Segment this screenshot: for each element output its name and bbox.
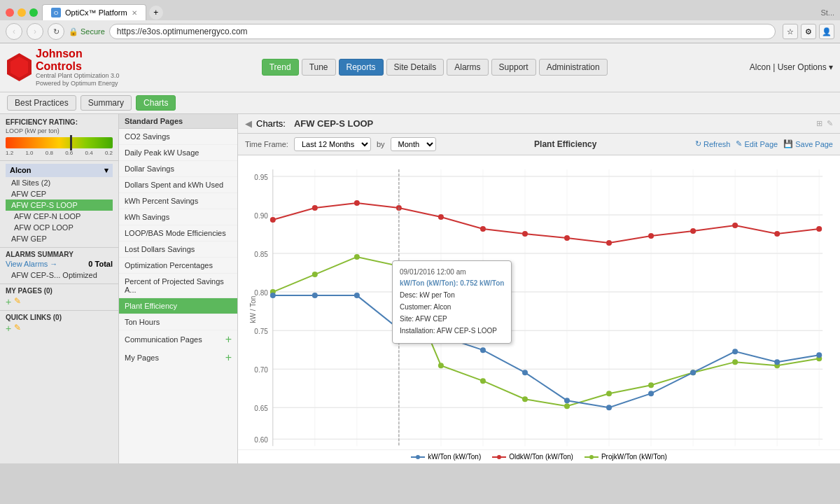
svg-point-71 xyxy=(690,370,696,375)
chart-icon-2[interactable]: ✎ xyxy=(827,119,833,128)
browser-tab[interactable]: O OptiCx™ Platform ✕ xyxy=(42,4,146,20)
new-tab-button[interactable]: + xyxy=(149,6,163,20)
add-page-icon[interactable]: + xyxy=(6,296,11,307)
maximize-button[interactable] xyxy=(29,8,38,17)
sidebar-item-all-sites[interactable]: All Sites (2) xyxy=(6,177,113,188)
forward-button[interactable]: › xyxy=(27,23,43,40)
nav-alarms[interactable]: Alarms xyxy=(447,59,488,76)
svg-point-70 xyxy=(648,391,654,396)
sidebar-item-afw-ocp-loop[interactable]: AFW OCP LOOP xyxy=(6,222,113,233)
back-button[interactable]: ‹ xyxy=(6,23,22,40)
timeframe-select[interactable]: Last 12 Months xyxy=(294,137,371,151)
nav-administration[interactable]: Administration xyxy=(539,59,608,76)
edit-page-label: Edit Page xyxy=(744,140,778,148)
save-page-label: Save Page xyxy=(795,140,833,148)
url-bar[interactable]: https://e3os.optimumenergyco.com xyxy=(109,24,776,39)
svg-point-66 xyxy=(480,347,486,353)
efficiency-bar xyxy=(6,137,113,148)
edit-page-icon[interactable]: ✎ xyxy=(14,296,21,307)
svg-point-61 xyxy=(270,293,276,298)
window-title: St... xyxy=(820,8,834,17)
svg-text:0.65: 0.65 xyxy=(254,405,268,412)
legend-oldkwton-icon xyxy=(492,454,506,461)
svg-point-34 xyxy=(312,205,318,211)
chart-header-actions: ⊞ ✎ xyxy=(816,119,833,128)
panel-item-ton-hours[interactable]: Ton Hours xyxy=(119,314,237,330)
subnav-charts[interactable]: Charts xyxy=(136,95,176,111)
svg-text:0.75: 0.75 xyxy=(254,328,268,335)
arrow-right-icon: → xyxy=(50,260,57,268)
chart-header: ◀ Charts: AFW CEP-S LOOP ⊞ ✎ xyxy=(238,114,840,134)
quick-links-title: QUICK LINKS (0) xyxy=(6,314,113,321)
add-comm-pages-icon[interactable]: + xyxy=(225,333,232,346)
svg-point-63 xyxy=(354,293,360,298)
chart-area: ◀ Charts: AFW CEP-S LOOP ⊞ ✎ Time Frame:… xyxy=(238,114,840,463)
breadcrumb-back-icon[interactable]: ◀ xyxy=(245,118,252,129)
chart-icon-1[interactable]: ⊞ xyxy=(816,119,822,128)
nav-reports[interactable]: Reports xyxy=(339,59,384,76)
panel-item-optimization[interactable]: Optimization Percentages xyxy=(119,258,237,274)
subnav-best-practices[interactable]: Best Practices xyxy=(7,95,76,111)
breadcrumb-charts: Charts: xyxy=(256,118,286,129)
month-select[interactable]: Month xyxy=(391,137,436,151)
svg-point-39 xyxy=(522,231,528,237)
extensions-icon[interactable]: ⚙ xyxy=(801,24,816,39)
sidebar-item-afw-ceps-optimized[interactable]: AFW CEP-S... Optimized xyxy=(6,270,113,281)
refresh-button[interactable]: ↻ Refresh xyxy=(695,139,731,148)
panel-item-dollars-spent[interactable]: Dollars Spent and kWh Used xyxy=(119,177,237,193)
svg-point-53 xyxy=(522,396,528,402)
panel-item-lost-dollars[interactable]: Lost Dollars Savings xyxy=(119,241,237,258)
svg-point-73 xyxy=(774,359,780,365)
minimize-button[interactable] xyxy=(18,8,26,17)
quick-links-section: QUICK LINKS (0) + ✎ xyxy=(0,311,118,337)
edit-page-button[interactable]: ✎ Edit Page xyxy=(736,139,778,148)
panel-item-co2[interactable]: CO2 Savings xyxy=(119,129,237,145)
svg-point-41 xyxy=(606,240,612,246)
view-alarms-link[interactable]: View Alarms → xyxy=(6,260,57,268)
nav-site-details[interactable]: Site Details xyxy=(386,59,444,76)
legend-oldkwton-label: OldkW/Ton (kW/Ton) xyxy=(509,453,573,461)
panel-item-kwh-percent[interactable]: kWh Percent Savings xyxy=(119,193,237,209)
legend-kwton: kW/Ton (kW/Ton) xyxy=(411,453,481,461)
panel-item-plant-efficiency[interactable]: Plant Efficiency xyxy=(119,298,237,314)
user-area[interactable]: Alcon | User Options ▾ xyxy=(750,62,833,72)
panel-item-percent-projected[interactable]: Percent of Projected Savings A... xyxy=(119,274,237,298)
sidebar-item-afw-cep-s-loop[interactable]: AFW CEP-S LOOP xyxy=(6,200,113,211)
panel-item-daily-peak[interactable]: Daily Peak kW Usage xyxy=(119,145,237,161)
nav-tune[interactable]: Tune xyxy=(302,59,336,76)
sidebar-item-afw-cep[interactable]: AFW CEP xyxy=(6,188,113,200)
browser-refresh-button[interactable]: ↻ xyxy=(48,23,64,40)
close-button[interactable] xyxy=(6,8,14,17)
edit-quicklink-icon[interactable]: ✎ xyxy=(14,323,21,334)
svg-point-56 xyxy=(648,382,654,388)
alarms-title: ALARMS SUMMARY xyxy=(6,251,113,258)
svg-point-68 xyxy=(564,398,570,403)
tooltip-value-number: 0.752 kW/Ton xyxy=(460,279,504,287)
site-expand-icon[interactable]: ▾ xyxy=(104,166,108,175)
sidebar-item-afw-cep-n-loop[interactable]: AFW CEP-N LOOP xyxy=(6,211,113,222)
add-my-pages-icon[interactable]: + xyxy=(225,351,232,364)
johnson-controls-logo: JohnsonControls Central Plant Optimizati… xyxy=(7,48,120,88)
site-name-header[interactable]: Alcon ▾ xyxy=(6,164,113,177)
bookmark-icon[interactable]: ☆ xyxy=(783,24,798,39)
add-quicklink-icon[interactable]: + xyxy=(6,323,11,334)
subnav-summary[interactable]: Summary xyxy=(80,95,132,111)
panel-item-loop-bas[interactable]: LOOP/BAS Mode Efficiencies xyxy=(119,225,237,241)
panel-item-kwh-savings[interactable]: kWh Savings xyxy=(119,209,237,225)
lock-icon: 🔒 xyxy=(69,27,78,36)
svg-point-49 xyxy=(354,254,360,260)
alarms-row: View Alarms → 0 Total xyxy=(6,258,113,270)
sidebar-item-afw-gep[interactable]: AFW GEP xyxy=(6,233,113,244)
chart-title: AFW CEP-S LOOP xyxy=(294,118,373,129)
comm-pages-section: Communication Pages + xyxy=(119,330,237,349)
svg-point-35 xyxy=(354,200,360,206)
svg-text:0.80: 0.80 xyxy=(254,289,268,297)
tab-close-icon[interactable]: ✕ xyxy=(132,9,137,17)
save-page-button[interactable]: 💾 Save Page xyxy=(783,139,833,148)
nav-support[interactable]: Support xyxy=(491,59,536,76)
svg-point-40 xyxy=(564,235,570,241)
svg-point-62 xyxy=(312,293,318,298)
profile-icon[interactable]: 👤 xyxy=(819,24,834,39)
nav-trend[interactable]: Trend xyxy=(262,59,299,76)
panel-item-dollar-savings[interactable]: Dollar Savings xyxy=(119,161,237,177)
